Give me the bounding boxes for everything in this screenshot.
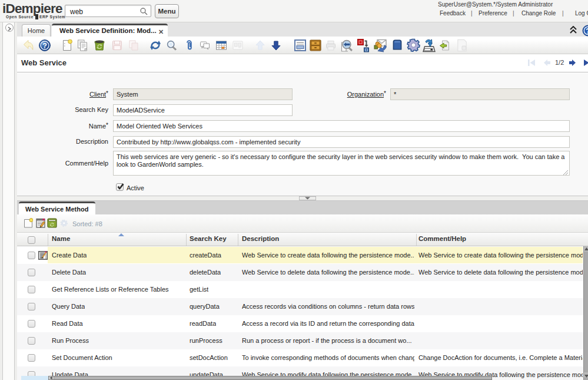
- svg-text:?: ?: [586, 27, 588, 35]
- svg-text:?: ?: [42, 42, 47, 50]
